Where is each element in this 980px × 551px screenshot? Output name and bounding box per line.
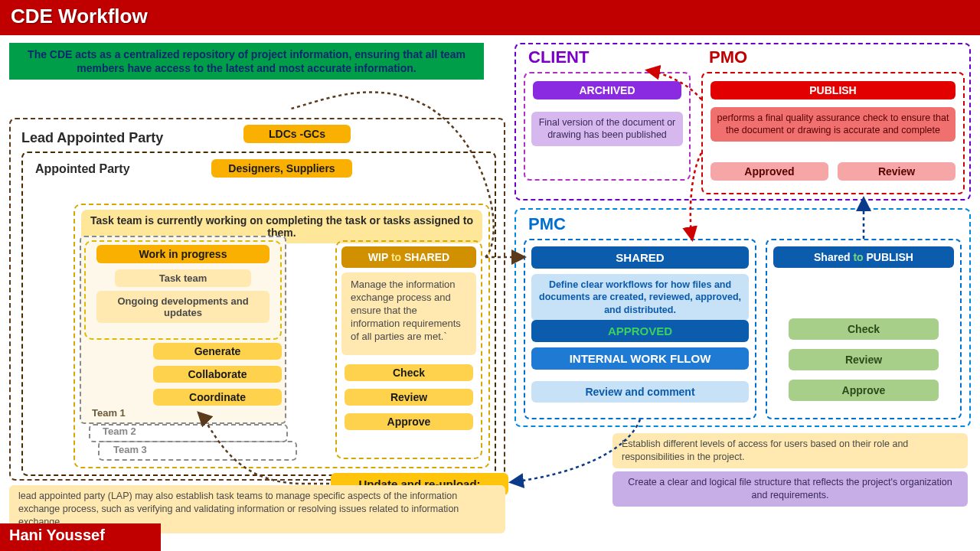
team1-label: Team 1 <box>92 407 126 419</box>
w2s-check: Check <box>345 364 473 381</box>
author-bar: Hani Youssef <box>0 523 161 551</box>
wip-to-shared-to: to <box>391 251 401 263</box>
w2s-review: Review <box>345 389 473 406</box>
page-title: CDE Workflow <box>0 0 980 35</box>
wip-to-shared-title: WIP to SHARED <box>341 246 476 268</box>
intro-box: The CDE acts as a centralized repository… <box>9 43 484 80</box>
wip-generate: Generate <box>153 343 282 360</box>
pmo-approved: Approved <box>710 162 828 181</box>
wip-ongoing: Ongoing developments and updates <box>96 291 270 323</box>
s2p-check: Check <box>789 318 939 340</box>
s2p-to: to <box>853 251 863 263</box>
s2p-post: PUBLISH <box>867 251 913 263</box>
wip-to-shared-pre: WIP <box>368 251 388 263</box>
team3-label: Team 3 <box>113 444 147 455</box>
wip-title: Work in progress <box>96 245 270 263</box>
client-title: CLIENT <box>528 47 589 67</box>
wip-collaborate: Collaborate <box>153 366 282 383</box>
archived-title: ARCHIVED <box>533 81 681 99</box>
s2p-approve: Approve <box>789 380 939 401</box>
wip-coordinate: Coordinate <box>153 389 282 406</box>
w2s-approve: Approve <box>345 413 473 430</box>
review-comment: Review and comment <box>531 381 749 403</box>
appointed-party-label: Appointed Party <box>35 162 130 176</box>
note-structure: Create a clear and logical file structur… <box>612 471 968 507</box>
designers-tag: Designers, Suppliers <box>211 159 352 178</box>
pmo-review: Review <box>838 162 956 181</box>
publish-title: PUBLISH <box>710 81 956 99</box>
publish-body: performs a final quality assurance check… <box>710 107 956 142</box>
s2p-title: Shared to PUBLISH <box>773 246 954 268</box>
pmc-title: PMC <box>528 214 566 234</box>
internal-workflow: INTERNAL WORK FLLOW <box>531 347 749 370</box>
pmo-title: PMO <box>709 47 747 67</box>
wip-task-team: Task team <box>115 269 251 287</box>
s2p-review: Review <box>789 349 939 370</box>
shared-title: SHARED <box>531 246 749 269</box>
shared-desc: Define clear workflows for how files and… <box>531 274 749 321</box>
archived-body: Final version of the document or drawing… <box>531 112 683 146</box>
approved: APPROVED <box>531 320 749 342</box>
wip-to-shared-post: SHARED <box>404 251 449 263</box>
s2p-pre: Shared <box>814 251 850 263</box>
wip-to-shared-body: Manage the information exchange process … <box>341 272 476 355</box>
note-access: Establish different levels of access for… <box>612 433 968 468</box>
ldcs-tag: LDCs -GCs <box>243 125 351 143</box>
lead-appointed-party-label: Lead Appointed Party <box>21 130 163 146</box>
team2-label: Team 2 <box>103 425 136 437</box>
